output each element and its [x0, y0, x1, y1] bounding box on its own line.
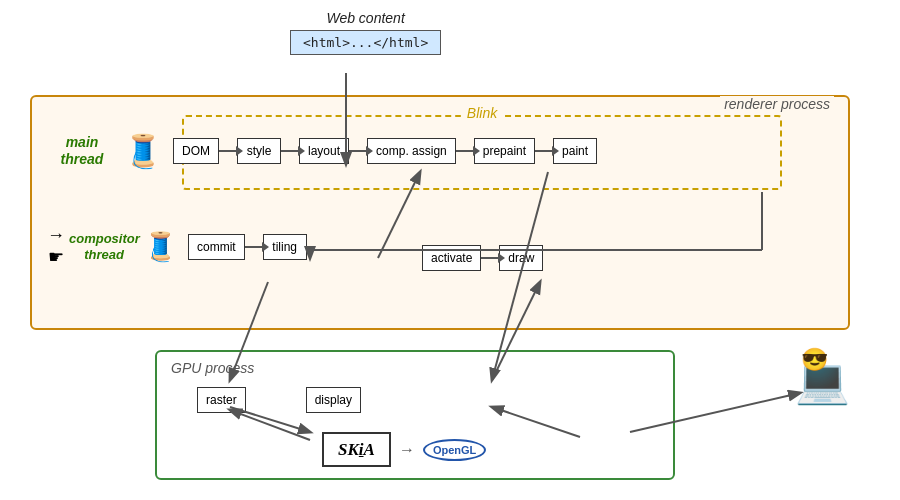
main-thread-spool-icon: 🧵 — [123, 132, 163, 170]
skia-label: SKiA — [338, 440, 375, 459]
emoji-face-icon: 😎 — [801, 347, 828, 373]
dom-box: DOM — [173, 138, 219, 164]
tiling-box: tiling — [263, 234, 307, 260]
gpu-pipeline: raster display — [197, 387, 361, 413]
paint-box: paint — [553, 138, 597, 164]
blink-label: Blink — [461, 105, 503, 121]
skia-row: SKiA → OpenGL — [322, 432, 486, 467]
gpu-label: GPU process — [171, 360, 254, 376]
arrow-dom-style — [219, 150, 237, 152]
skia-box: SKiA — [322, 432, 391, 467]
commit-box: commit — [188, 234, 245, 260]
gpu-process-box: GPU process raster display SKiA → OpenGL — [155, 350, 675, 480]
compositor-thread-label: compositorthread — [69, 231, 139, 262]
arrow-style-layout — [281, 150, 299, 152]
monitor-icon: 💻 😎 — [795, 355, 850, 407]
opengl-badge: OpenGL — [423, 439, 486, 461]
renderer-label: renderer process — [720, 96, 834, 112]
arrow-commit-tiling — [245, 246, 263, 248]
arrow-activate-draw — [481, 257, 499, 259]
main-thread-row: mainthread 🧵 DOM style layout comp. assi… — [47, 132, 597, 170]
web-content-label: Web content — [290, 10, 441, 26]
style-box: style — [237, 138, 281, 164]
compositor-cursor-icon: → — [47, 225, 65, 246]
main-thread-label: mainthread — [47, 134, 117, 168]
comp-assign-box: comp. assign — [367, 138, 456, 164]
main-pipeline: DOM style layout comp. assign prepaint p… — [173, 138, 597, 164]
arrow-compassign-prepaint — [456, 150, 474, 152]
web-content-area: Web content <html>...</html> — [290, 10, 441, 55]
skia-arrow-icon: → — [399, 441, 415, 459]
compositor-thread-spool-icon: 🧵 — [143, 230, 178, 263]
draw-box: draw — [499, 245, 543, 271]
compositor-hand-icon: ☛ — [48, 246, 64, 268]
renderer-process-box: renderer process Blink mainthread 🧵 DOM … — [30, 95, 850, 330]
activate-draw-row: activate draw — [422, 245, 543, 271]
layout-box: layout — [299, 138, 349, 164]
compositor-pipeline: commit tiling — [188, 234, 307, 260]
raster-box: raster — [197, 387, 246, 413]
web-content-code: <html>...</html> — [290, 30, 441, 55]
activate-box: activate — [422, 245, 481, 271]
arrow-layout-compassign — [349, 150, 367, 152]
arrow-prepaint-paint — [535, 150, 553, 152]
compositor-thread-row: → ☛ compositorthread 🧵 commit tiling — [47, 225, 307, 268]
display-box: display — [306, 387, 361, 413]
prepaint-box: prepaint — [474, 138, 535, 164]
